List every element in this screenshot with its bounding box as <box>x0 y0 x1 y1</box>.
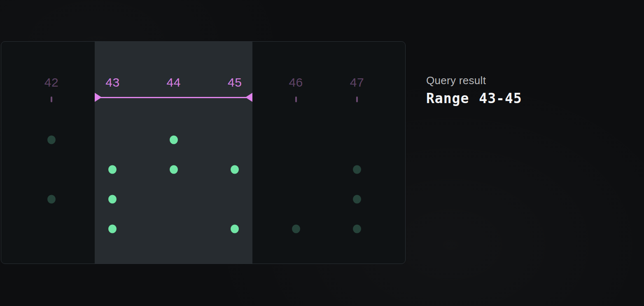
tick-label-44: 44 <box>167 75 181 89</box>
data-point <box>231 225 239 233</box>
data-point <box>108 195 117 204</box>
tick-label-43: 43 <box>105 75 119 89</box>
query-result-value: Range 43-45 <box>426 90 522 106</box>
data-point <box>292 225 300 233</box>
range-word: Range <box>426 90 469 106</box>
data-point <box>353 225 361 233</box>
query-result-label: Query result <box>426 74 522 87</box>
range-end-handle[interactable] <box>245 93 252 102</box>
data-point <box>47 136 56 144</box>
range-value: 43-45 <box>479 90 522 106</box>
range-query-panel: 424344454647 <box>1 41 406 264</box>
data-point <box>231 165 239 174</box>
selected-range-band <box>95 42 252 264</box>
tick-mark-47 <box>356 97 358 102</box>
tick-mark-42 <box>51 97 52 102</box>
data-point <box>170 165 178 174</box>
tick-label-42: 42 <box>44 75 58 89</box>
data-point <box>353 165 361 174</box>
data-point <box>108 165 117 174</box>
tick-label-46: 46 <box>289 75 303 89</box>
canvas-background: { "query_result": { "label": "Query resu… <box>0 0 644 306</box>
data-point <box>353 195 361 204</box>
query-result: Query result Range 43-45 <box>426 74 522 106</box>
tick-mark-46 <box>295 97 297 102</box>
range-line[interactable] <box>100 97 247 98</box>
tick-label-47: 47 <box>350 75 364 89</box>
data-point <box>47 195 56 204</box>
data-point <box>170 136 178 144</box>
data-point <box>108 225 117 233</box>
tick-label-45: 45 <box>228 75 242 89</box>
